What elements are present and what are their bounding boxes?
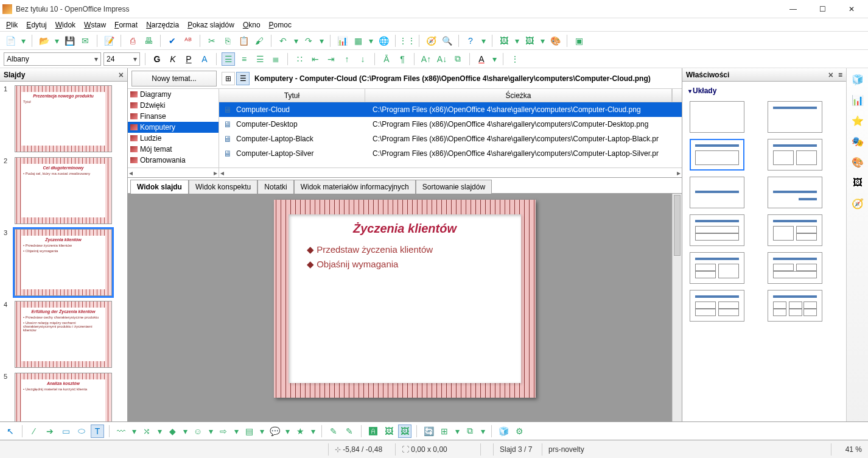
extrusion-icon[interactable]: 🧊 <box>497 425 510 438</box>
status-zoom[interactable]: 41 % <box>831 443 868 456</box>
format-paint-icon[interactable]: 🖌 <box>253 34 266 48</box>
file-list-rows[interactable]: 🖥Computer-CloudC:\Program Files (x86)\Op… <box>219 102 682 167</box>
transition-tab-icon[interactable]: 🎭 <box>850 134 865 149</box>
layouts-section-header[interactable]: ▾ Układy <box>688 85 840 96</box>
theme-item[interactable]: Komputery <box>128 122 219 133</box>
view-tab[interactable]: Widok slajdu <box>130 180 189 194</box>
arrow-icon[interactable]: ➔ <box>43 425 57 438</box>
new-theme-button[interactable]: Nowy temat... <box>131 71 217 86</box>
file-row[interactable]: 🖥Computer-CloudC:\Program Files (x86)\Op… <box>219 102 682 117</box>
dropdown-icon[interactable]: ▾ <box>19 34 27 48</box>
file-row[interactable]: 🖥Computer-DesktopC:\Program Files (x86)\… <box>219 117 682 132</box>
open-icon[interactable]: 📂 <box>37 34 51 48</box>
slide-title[interactable]: Życzenia klientów <box>301 222 509 236</box>
outline-icon[interactable]: ⧉ <box>451 52 464 66</box>
layout-title-content[interactable] <box>690 139 744 171</box>
dropdown-icon[interactable]: ▾ <box>539 34 546 48</box>
view-tab[interactable]: Notatki <box>257 180 293 194</box>
slide-thumbnail[interactable]: Życzenia klientów• Przedstaw życzenia kl… <box>15 229 112 296</box>
promote-icon[interactable]: ⇤ <box>309 52 322 66</box>
hyperlink-icon[interactable]: 🌐 <box>377 34 390 48</box>
menu-plik[interactable]: Plik <box>2 18 21 32</box>
col-path[interactable]: Ścieżka <box>365 89 672 102</box>
dropdown-icon[interactable]: ▾ <box>309 425 317 438</box>
view-list-button[interactable]: ☰ <box>236 72 250 85</box>
callouts-icon[interactable]: 💬 <box>268 425 281 438</box>
curve-icon[interactable]: 〰 <box>114 425 128 438</box>
email-icon[interactable]: ✉ <box>79 34 92 48</box>
interaction-icon[interactable]: ⚙ <box>513 425 526 438</box>
spellcheck-icon[interactable]: ✔ <box>166 34 179 48</box>
layout-title-2h[interactable] <box>690 214 744 246</box>
dropdown-icon[interactable]: ▾ <box>53 34 60 48</box>
menu-icon[interactable]: ≡ <box>838 71 842 79</box>
menu-wstaw[interactable]: Wstaw <box>80 18 110 32</box>
view-tab[interactable]: Widok materiałów informacyjnych <box>294 180 416 194</box>
dropdown-icon[interactable]: ▾ <box>258 425 265 438</box>
grid-icon[interactable]: ⋮⋮ <box>401 34 414 48</box>
table-icon[interactable]: ▦ <box>351 34 365 48</box>
dropdown-icon[interactable]: ▾ <box>513 34 520 48</box>
theme-item[interactable]: Obramowania <box>128 155 219 166</box>
theme-item[interactable]: Dźwięki <box>128 100 219 111</box>
view-tab[interactable]: Sortowanie slajdów <box>416 180 492 194</box>
scrollbar-horizontal[interactable]: ◂▸ <box>128 167 219 177</box>
from-file-icon[interactable]: 🖼 <box>382 425 396 438</box>
dropdown-icon[interactable]: ▾ <box>130 425 138 438</box>
navigator-tab-icon[interactable]: 🧭 <box>850 196 865 211</box>
line-icon[interactable]: ∕ <box>27 425 41 438</box>
move-up-icon[interactable]: ↑ <box>340 52 354 66</box>
auto-spellcheck-icon[interactable]: ᴬᴮ <box>181 34 195 48</box>
dropdown-icon[interactable]: ▾ <box>453 425 461 438</box>
edit-file-icon[interactable]: 📝 <box>102 34 116 48</box>
navigator-icon[interactable]: 🧭 <box>424 34 438 48</box>
dropdown-icon[interactable]: ▾ <box>367 34 374 48</box>
rect-icon[interactable]: ▭ <box>59 425 72 438</box>
dropdown-icon[interactable]: ▾ <box>207 425 214 438</box>
bold-icon[interactable]: G <box>150 52 164 66</box>
theme-item[interactable]: Ludzie <box>128 133 219 144</box>
view-tab[interactable]: Widok konspektu <box>189 180 257 194</box>
align-justify-icon[interactable]: ≣ <box>269 52 282 66</box>
layout-title-1-2[interactable] <box>768 214 822 246</box>
menu-narzędzia[interactable]: Narzędzia <box>142 18 183 32</box>
slide-bullet[interactable]: Objaśnij wymagania <box>307 259 509 270</box>
slide-bullet[interactable]: Przedstaw życzenia klientów <box>307 244 509 255</box>
demote-icon[interactable]: ⇥ <box>324 52 338 66</box>
dropdown-icon[interactable]: ▾ <box>233 425 240 438</box>
dropdown-icon[interactable]: ▾ <box>318 34 325 48</box>
layout-blank[interactable] <box>690 101 744 133</box>
basic-shapes-icon[interactable]: ◆ <box>166 425 179 438</box>
text-icon[interactable]: T <box>91 425 104 438</box>
dropdown-icon[interactable]: ▾ <box>292 34 299 48</box>
dropdown-icon[interactable]: ▾ <box>284 425 291 438</box>
col-title[interactable]: Tytuł <box>219 89 365 102</box>
symbol-shapes-icon[interactable]: ☺ <box>191 425 205 438</box>
slide-thumbnail[interactable]: Erfüllung der Życzenia klientów• Przedst… <box>15 301 112 368</box>
maximize-button[interactable]: ☐ <box>808 1 836 18</box>
gallery-icon[interactable]: 🖼 <box>398 425 411 438</box>
ellipse-icon[interactable]: ⬭ <box>75 425 88 438</box>
highlight-icon[interactable]: A <box>475 52 488 66</box>
menu-pokaz slajdów[interactable]: Pokaz slajdów <box>184 18 238 32</box>
close-button[interactable]: ✕ <box>838 1 866 18</box>
dropdown-icon[interactable]: ▾ <box>491 52 498 66</box>
close-icon[interactable]: × <box>828 70 833 80</box>
themes-list[interactable]: DiagramyDźwiękiFinanseKomputeryLudzieMój… <box>128 89 219 167</box>
print-icon[interactable]: 🖶 <box>142 34 155 48</box>
export-pdf-icon[interactable]: ⎙ <box>126 34 139 48</box>
stars-icon[interactable]: ★ <box>293 425 307 438</box>
align-right-icon[interactable]: ☰ <box>253 52 267 66</box>
layout-title-only[interactable] <box>768 101 822 133</box>
master-pages-tab-icon[interactable]: 📊 <box>850 93 865 107</box>
dropdown-icon[interactable]: ▾ <box>156 425 163 438</box>
font-name-combo[interactable]: Albany ▾ <box>4 52 101 66</box>
menu-okno[interactable]: Okno <box>239 18 264 32</box>
layout-title-4[interactable] <box>690 290 744 322</box>
minimize-button[interactable]: — <box>779 1 807 18</box>
undo-icon[interactable]: ↶ <box>276 34 290 48</box>
connector-icon[interactable]: ⤭ <box>140 425 153 438</box>
theme-item[interactable]: Diagramy <box>128 89 219 100</box>
align-left-icon[interactable]: ☰ <box>222 52 235 66</box>
zoom-icon[interactable]: 🔍 <box>440 34 453 48</box>
